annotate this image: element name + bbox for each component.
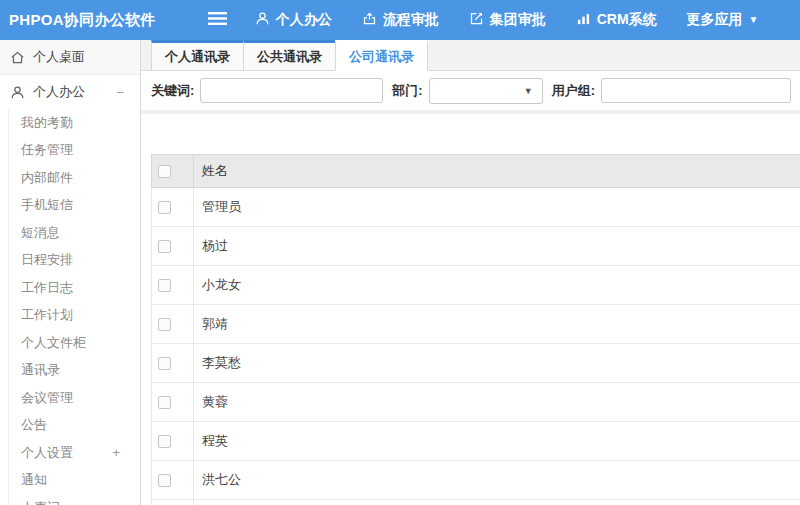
filter-bar: 关键词: 部门: ▼ 用户组: — [141, 71, 800, 110]
sidebar-item-contacts[interactable]: 通讯录 — [9, 357, 140, 385]
sidebar-item-label: 个人设置 — [21, 444, 73, 462]
sidebar-item-desktop[interactable]: 个人桌面 — [0, 40, 140, 75]
sidebar-item-label: 公告 — [21, 416, 47, 434]
topmenu-label: 更多应用 — [687, 11, 743, 29]
sidebar-item-announcements[interactable]: 公告 — [9, 412, 140, 440]
topmenu-personal-office[interactable]: 个人办公 — [255, 11, 332, 29]
tab-bar: 个人通讯录 公共通讯录 公司通讯录 — [141, 40, 800, 71]
row-checkbox[interactable] — [158, 240, 171, 253]
sidebar-item-label: 手机短信 — [21, 196, 73, 214]
department-select[interactable]: ▼ — [429, 78, 543, 104]
topmenu-more-apps[interactable]: 更多应用 ▼ — [687, 11, 759, 29]
sidebar: 个人桌面 个人办公 − 我的考勤 任务管理 内部邮件 手机短信 短消息 日程安排… — [0, 40, 141, 505]
contact-name: 黄蓉 — [194, 383, 800, 421]
contact-name: 杨过 — [194, 227, 800, 265]
sidebar-item-attendance[interactable]: 我的考勤 — [9, 109, 140, 137]
main-content: 个人通讯录 公共通讯录 公司通讯录 关键词: 部门: ▼ 用户组: 姓名 管理员 — [141, 40, 800, 505]
table-header-row: 姓名 — [151, 154, 800, 188]
sidebar-item-meetings[interactable]: 会议管理 — [9, 384, 140, 412]
person-icon — [10, 85, 25, 100]
row-checkbox-cell — [152, 422, 194, 460]
contacts-table: 姓名 管理员 杨过 小龙女 郭靖 李莫愁 — [151, 154, 800, 505]
sidebar-item-tasks[interactable]: 任务管理 — [9, 137, 140, 165]
contact-name: 郭靖 — [194, 305, 800, 343]
usergroup-input[interactable] — [601, 78, 791, 103]
row-checkbox[interactable] — [158, 357, 171, 370]
sidebar-item-label: 日程安排 — [21, 251, 73, 269]
sidebar-item-work-log[interactable]: 工作日志 — [9, 274, 140, 302]
row-checkbox-cell — [152, 344, 194, 382]
row-checkbox-cell — [152, 266, 194, 304]
sidebar-item-label: 通讯录 — [21, 361, 60, 379]
contact-name: 洪七公 — [194, 461, 800, 499]
bar-chart-icon — [576, 11, 591, 29]
table-row: 黄蓉 — [151, 383, 800, 422]
sidebar-item-events[interactable]: 大事记 — [9, 494, 140, 505]
keyword-label: 关键词: — [151, 82, 194, 100]
row-checkbox[interactable] — [158, 201, 171, 214]
table-row: 管理员 — [151, 188, 800, 227]
select-all-checkbox[interactable] — [158, 165, 171, 178]
sidebar-item-label: 短消息 — [21, 224, 60, 242]
menu-toggle-button[interactable] — [208, 11, 227, 29]
sidebar-submenu: 我的考勤 任务管理 内部邮件 手机短信 短消息 日程安排 工作日志 工作计划 个… — [8, 109, 140, 505]
row-checkbox-cell — [152, 227, 194, 265]
sidebar-item-mobile-sms[interactable]: 手机短信 — [9, 192, 140, 220]
topmenu-label: 流程审批 — [383, 11, 439, 29]
sidebar-item-label: 个人文件柜 — [21, 334, 86, 352]
table-row-partial — [151, 500, 800, 505]
sidebar-item-label: 任务管理 — [21, 141, 73, 159]
table-row: 李莫愁 — [151, 344, 800, 383]
sidebar-item-personal-settings[interactable]: 个人设置 + — [9, 439, 140, 467]
contacts-panel: 姓名 管理员 杨过 小龙女 郭靖 李莫愁 — [141, 114, 800, 505]
sidebar-item-label: 个人桌面 — [33, 48, 85, 66]
row-checkbox-cell — [152, 461, 194, 499]
caret-down-icon: ▼ — [524, 86, 533, 96]
topmenu-label: 集团审批 — [490, 11, 546, 29]
table-row: 杨过 — [151, 227, 800, 266]
app-title: PHPOA协同办公软件 — [0, 11, 156, 30]
sidebar-item-label: 会议管理 — [21, 389, 73, 407]
sidebar-item-notice[interactable]: 通知 — [9, 467, 140, 495]
contact-name: 程英 — [194, 422, 800, 460]
row-checkbox-cell — [152, 305, 194, 343]
top-menu: 个人办公 流程审批 集团审批 CRM系统 更多应用 ▼ — [255, 11, 759, 29]
sidebar-item-internal-mail[interactable]: 内部邮件 — [9, 164, 140, 192]
row-checkbox-cell — [152, 500, 194, 505]
sidebar-item-schedule[interactable]: 日程安排 — [9, 247, 140, 275]
keyword-input[interactable] — [200, 78, 383, 103]
tab-personal-contacts[interactable]: 个人通讯录 — [151, 40, 244, 70]
user-icon — [255, 11, 270, 29]
sidebar-item-file-cabinet[interactable]: 个人文件柜 — [9, 329, 140, 357]
table-row: 小龙女 — [151, 266, 800, 305]
expand-plus-icon[interactable]: + — [112, 445, 120, 460]
topmenu-crm[interactable]: CRM系统 — [576, 11, 657, 29]
topmenu-label: 个人办公 — [276, 11, 332, 29]
contact-name: 小龙女 — [194, 266, 800, 304]
edit-approval-icon — [469, 11, 484, 29]
sidebar-item-label: 个人办公 — [33, 83, 85, 101]
sidebar-item-short-message[interactable]: 短消息 — [9, 219, 140, 247]
caret-down-icon: ▼ — [749, 15, 759, 25]
name-column-header: 姓名 — [194, 155, 800, 187]
row-checkbox[interactable] — [158, 279, 171, 292]
collapse-minus-icon[interactable]: − — [116, 85, 124, 100]
row-checkbox[interactable] — [158, 396, 171, 409]
row-checkbox[interactable] — [158, 318, 171, 331]
topmenu-flow-approval[interactable]: 流程审批 — [362, 11, 439, 29]
select-all-cell — [152, 155, 194, 187]
table-row: 洪七公 — [151, 461, 800, 500]
tab-company-contacts[interactable]: 公司通讯录 — [335, 40, 428, 71]
tab-public-contacts[interactable]: 公共通讯录 — [243, 40, 336, 70]
sidebar-item-work-plan[interactable]: 工作计划 — [9, 302, 140, 330]
sidebar-item-label: 我的考勤 — [21, 114, 73, 132]
home-icon — [10, 50, 25, 65]
contact-name: 李莫愁 — [194, 344, 800, 382]
table-row: 郭靖 — [151, 305, 800, 344]
sidebar-item-label: 工作日志 — [21, 279, 73, 297]
sidebar-item-personal-office[interactable]: 个人办公 − — [0, 75, 140, 109]
topmenu-group-approval[interactable]: 集团审批 — [469, 11, 546, 29]
row-checkbox[interactable] — [158, 474, 171, 487]
row-checkbox[interactable] — [158, 435, 171, 448]
sidebar-item-label: 内部邮件 — [21, 169, 73, 187]
